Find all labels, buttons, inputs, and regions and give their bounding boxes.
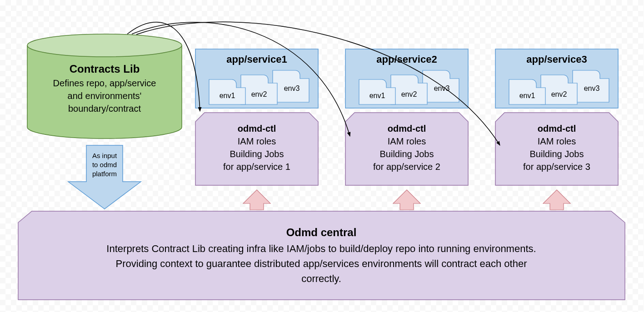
service-1-title: app/service1 bbox=[226, 54, 287, 65]
svg-text:IAM roles: IAM roles bbox=[388, 136, 426, 146]
svg-text:odmd-ctl: odmd-ctl bbox=[238, 124, 276, 134]
central-line1: Interprets Contract Lib creating infra l… bbox=[106, 243, 536, 254]
svg-text:env2: env2 bbox=[251, 90, 267, 98]
service-1: app/service1 env3 env2 env1 odmd-ctl IAM… bbox=[195, 49, 318, 210]
svg-text:for app/service 2: for app/service 2 bbox=[373, 162, 440, 172]
svg-text:env3: env3 bbox=[584, 84, 600, 92]
contracts-line3: boundary/contract bbox=[68, 104, 141, 114]
svg-text:env3: env3 bbox=[284, 84, 300, 92]
svg-text:env2: env2 bbox=[551, 90, 567, 98]
central-line2: Providing context to guarantee distribut… bbox=[116, 258, 527, 269]
contracts-line2: and environments' bbox=[68, 91, 142, 101]
service-3: app/service3 env3 env2 env1 odmd-ctl IAM… bbox=[495, 49, 618, 210]
input-arrow-line1: As input bbox=[92, 152, 117, 159]
odmd-central-card: Odmd central Interprets Contract Lib cre… bbox=[18, 211, 625, 300]
input-arrow-line3: platform bbox=[92, 170, 117, 178]
svg-text:odmd-ctl: odmd-ctl bbox=[388, 124, 426, 134]
service-2: app/service2 env3 env2 env1 odmd-ctl IAM… bbox=[345, 49, 468, 210]
central-line3: correctly. bbox=[301, 273, 341, 284]
svg-text:Building Jobs: Building Jobs bbox=[230, 149, 284, 159]
svg-text:for app/service 1: for app/service 1 bbox=[223, 162, 290, 172]
up-arrow-icon bbox=[543, 190, 570, 210]
input-arrow-line2: to odmd bbox=[92, 161, 117, 168]
contracts-title: Contracts Lib bbox=[70, 63, 140, 75]
svg-text:env2: env2 bbox=[401, 90, 417, 98]
architecture-diagram: Contracts Lib Defines repo, app/service … bbox=[0, 0, 644, 312]
svg-text:odmd-ctl: odmd-ctl bbox=[538, 124, 576, 134]
contracts-line1: Defines repo, app/service bbox=[53, 78, 156, 88]
svg-text:IAM roles: IAM roles bbox=[538, 136, 576, 146]
central-title: Odmd central bbox=[286, 226, 357, 238]
service-3-title: app/service3 bbox=[526, 54, 587, 65]
contracts-lib-cylinder: Contracts Lib Defines repo, app/service … bbox=[27, 34, 182, 139]
up-arrow-icon bbox=[243, 190, 270, 210]
svg-text:env1: env1 bbox=[369, 92, 385, 99]
svg-text:Building Jobs: Building Jobs bbox=[530, 149, 584, 159]
svg-point-0 bbox=[27, 34, 182, 57]
svg-text:env1: env1 bbox=[519, 92, 535, 99]
up-arrow-icon bbox=[393, 190, 420, 210]
svg-text:env1: env1 bbox=[220, 92, 235, 99]
svg-text:for app/service 3: for app/service 3 bbox=[523, 162, 590, 172]
svg-text:IAM roles: IAM roles bbox=[238, 136, 276, 146]
input-arrow: As input to odmd platform bbox=[68, 145, 141, 209]
svg-text:Building Jobs: Building Jobs bbox=[380, 149, 434, 159]
